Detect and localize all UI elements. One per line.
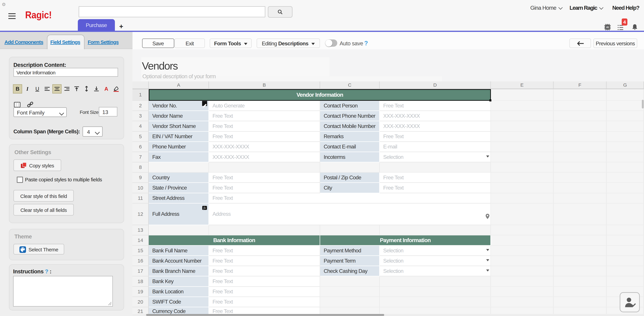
svg-text:AI: AI xyxy=(606,26,609,29)
